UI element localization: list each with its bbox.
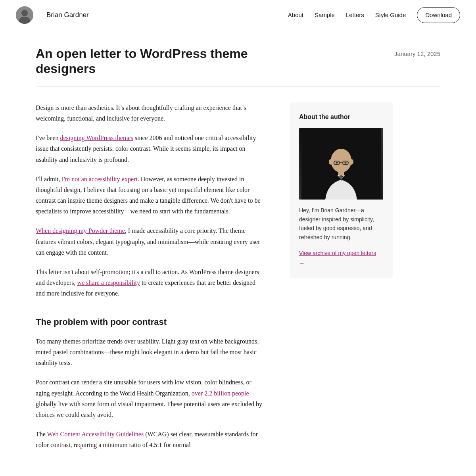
author-image-svg (301, 128, 381, 200)
main-content: An open letter to WordPress theme design… (20, 30, 456, 476)
svg-point-5 (331, 149, 351, 173)
svg-point-12 (345, 162, 347, 164)
svg-point-1 (21, 10, 28, 16)
avatar (16, 6, 33, 24)
svg-point-6 (329, 159, 333, 165)
main-nav: About Sample Letters Style Guide Downloa… (288, 7, 460, 23)
section-paragraph-1: Too many themes prioritize trends over u… (36, 336, 266, 369)
link-designing-themes[interactable]: designing WordPress themes (60, 134, 133, 141)
section-heading: The problem with poor contrast (36, 315, 266, 329)
content-layout: Design is more than aesthetics. It’s abo… (36, 102, 440, 459)
link-billion-people[interactable]: over 2.2 billion people (192, 390, 249, 397)
header-brand: Brian Gardner (16, 6, 89, 24)
site-title[interactable]: Brian Gardner (46, 10, 89, 20)
nav-about[interactable]: About (288, 10, 303, 20)
svg-point-7 (349, 159, 353, 165)
header-divider (40, 10, 40, 20)
svg-point-11 (336, 162, 338, 164)
article-body: Design is more than aesthetics. It’s abo… (36, 102, 266, 459)
paragraph-2: I've been designing WordPress themes sin… (36, 132, 266, 165)
paragraph-1: Design is more than aesthetics. It’s abo… (36, 102, 266, 124)
article-header: An open letter to WordPress theme design… (36, 46, 440, 77)
author-card-title: About the author (299, 112, 383, 122)
section-paragraph-3: The Web Content Accessibility Guidelines… (36, 429, 266, 450)
sidebar: About the author (290, 102, 393, 278)
author-photo-inner (299, 128, 383, 200)
paragraph-3: I'll admit, I'm not an accessibility exp… (36, 174, 266, 217)
article-date: January 12, 2025 (394, 46, 440, 59)
author-archive-link[interactable]: View archive of my open letters → (299, 250, 376, 267)
author-card: About the author (290, 102, 393, 278)
article-title: An open letter to WordPress theme design… (36, 46, 282, 77)
link-not-expert[interactable]: I'm not an accessibility expert (62, 176, 138, 182)
nav-sample[interactable]: Sample (315, 10, 335, 20)
nav-style-guide[interactable]: Style Guide (375, 10, 406, 20)
article-divider (36, 86, 440, 86)
author-card-bio: Hey, I’m Brian Gardner—a designer inspir… (299, 206, 383, 242)
author-photo (299, 128, 383, 200)
paragraph-5: This letter isn't about self-promotion; … (36, 267, 266, 299)
nav-letters[interactable]: Letters (346, 10, 364, 20)
download-button[interactable]: Download (417, 7, 460, 23)
section-paragraph-2: Poor contrast can render a site unusable… (36, 377, 266, 420)
link-powder-theme[interactable]: When designing my Powder theme (36, 227, 125, 234)
link-responsibility[interactable]: we share a responsibility (77, 279, 140, 286)
paragraph-4: When designing my Powder theme, I made a… (36, 225, 266, 258)
link-wcag[interactable]: Web Content Accessibility Guidelines (47, 431, 144, 438)
